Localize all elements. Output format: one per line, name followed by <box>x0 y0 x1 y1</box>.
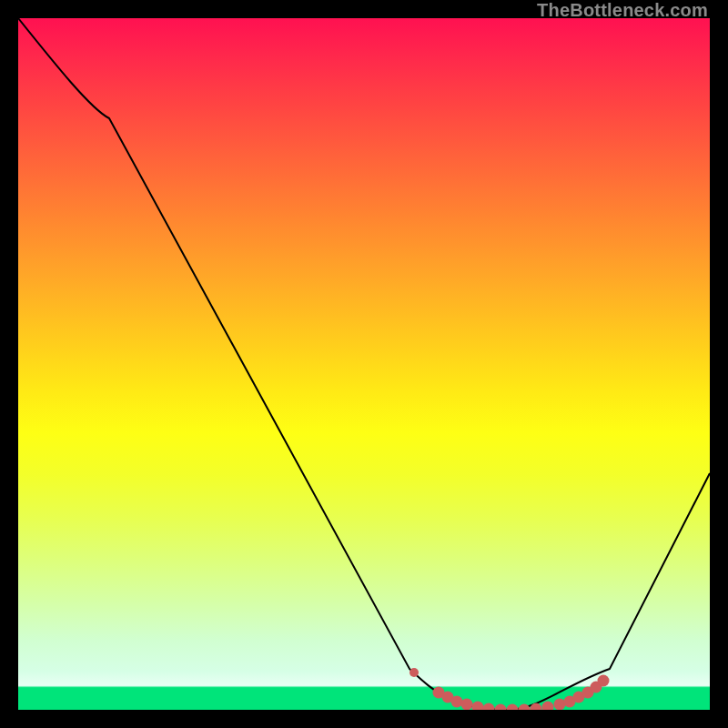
chart-frame: TheBottleneck.com <box>0 0 728 728</box>
trough-marker <box>531 703 542 711</box>
trough-marker <box>451 696 463 708</box>
bottleneck-curve <box>18 18 710 710</box>
trough-marker <box>519 704 531 711</box>
trough-marker <box>554 699 566 711</box>
trough-marker <box>495 704 507 711</box>
plot-area <box>18 18 710 710</box>
trough-marker <box>507 704 519 711</box>
trough-marker <box>598 675 610 687</box>
curve-line <box>18 18 710 710</box>
trough-marker <box>483 703 495 711</box>
marker-group <box>410 668 610 710</box>
trough-marker <box>542 702 554 711</box>
trough-marker <box>472 702 484 711</box>
watermark-text: TheBottleneck.com <box>537 0 708 21</box>
trough-marker <box>461 699 473 711</box>
chart-svg <box>18 18 710 710</box>
trough-marker <box>410 668 419 677</box>
